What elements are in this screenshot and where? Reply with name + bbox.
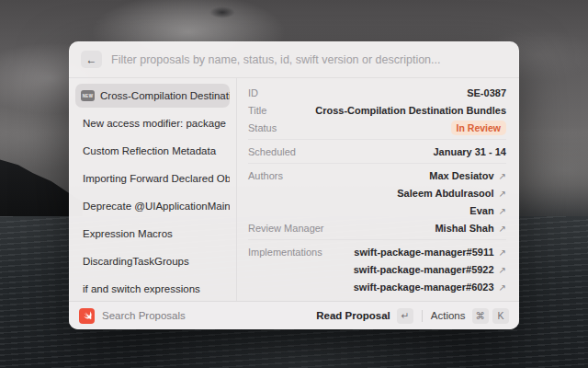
list-item-expression-macros[interactable]: Expression Macros [75,222,230,246]
author-name: Evan [469,205,493,216]
background-bird-smudge [209,6,235,18]
implementations-row-2: swift-package-manager#5922↗ [248,260,506,278]
action-bar: Search Proposals Read Proposal ↵ Actions… [69,301,519,329]
author-name: Max Desiatov [429,170,493,181]
footer-divider [422,310,423,322]
detail-panel: ID SE-0387 Title Cross-Compilation Desti… [237,78,519,301]
author-name: Saleem Abdulrasool [397,188,493,199]
review-manager-link[interactable]: Mishal Shah↗ [435,223,506,234]
list-item-label: New access modifier: package [83,118,226,129]
list-item-reflection-metadata[interactable]: Custom Reflection Metadata [75,139,230,163]
authors-label: Authors [248,170,283,181]
list-item-package-modifier[interactable]: New access modifier: package [75,111,230,135]
list-item-cross-compilation[interactable]: NEW Cross-Compilation Destinatio... [75,84,230,108]
review-manager-label: Review Manager [248,223,324,234]
list-item-label: Importing Forward Declared Obj... [83,173,230,184]
list-item-if-switch-expressions[interactable]: if and switch expressions [75,277,230,301]
implementation-link[interactable]: swift-package-manager#6023↗ [354,282,506,293]
new-badge-icon: NEW [81,90,95,101]
external-link-icon: ↗ [499,189,506,199]
command-title: Search Proposals [102,310,186,321]
authors-row-3: Evan↗ [248,201,506,219]
external-link-icon: ↗ [499,206,506,216]
content-area: NEW Cross-Compilation Destinatio... New … [69,78,519,301]
implementations-label: Implementations [248,247,322,258]
list-item-label: DiscardingTaskGroups [83,256,189,267]
divider [248,139,506,140]
proposal-list: NEW Cross-Compilation Destinatio... New … [69,78,237,301]
meta-label: Scheduled [248,146,296,157]
author-link[interactable]: Saleem Abdulrasool↗ [397,188,506,199]
swift-bird-glyph [82,310,93,321]
external-link-icon: ↗ [499,282,506,293]
meta-value: Cross-Compilation Destination Bundles [315,105,506,116]
list-item-label: Expression Macros [83,228,173,239]
list-item-label: if and switch expressions [83,283,200,294]
implementation-name: swift-package-manager#6023 [354,282,494,293]
implementation-link[interactable]: swift-package-manager#5922↗ [354,264,506,275]
actions-menu-button[interactable]: Actions [431,310,466,321]
external-link-icon: ↗ [499,171,506,181]
meta-label: Title [248,105,266,116]
back-button[interactable]: ← [81,51,102,68]
enter-key-icon: ↵ [397,308,413,324]
implementation-link[interactable]: swift-package-manager#5911↗ [354,247,506,258]
author-link[interactable]: Evan↗ [469,205,506,216]
swift-logo-icon [79,308,95,324]
divider [248,239,506,240]
implementation-name: swift-package-manager#5922 [354,264,494,275]
author-link[interactable]: Max Desiatov↗ [429,170,506,181]
back-arrow-icon: ← [86,53,97,66]
external-link-icon: ↗ [499,224,506,234]
footer-actions: Read Proposal ↵ Actions ⌘ K [316,308,509,324]
meta-label: ID [248,87,258,98]
list-item-deprecate-uiapplicationmain[interactable]: Deprecate @UIApplicationMain a... [75,194,230,218]
meta-row-status: Status In Review [248,119,506,136]
search-input[interactable] [111,53,507,66]
review-manager-row: Review Manager Mishal Shah↗ [248,219,506,236]
k-key-icon: K [492,308,509,324]
list-item-forward-declared[interactable]: Importing Forward Declared Obj... [75,167,230,190]
implementation-name: swift-package-manager#5911 [354,247,493,258]
cmd-key-icon: ⌘ [472,308,490,324]
implementations-row-1: Implementations swift-package-manager#59… [248,243,506,260]
meta-row-id: ID SE-0387 [248,84,506,101]
meta-row-scheduled: Scheduled January 31 - 14 [248,143,506,160]
meta-value: SE-0387 [467,87,506,98]
meta-label: Status [248,122,277,133]
list-item-label: Cross-Compilation Destinatio... [100,90,230,101]
status-badge: In Review [451,121,506,135]
authors-row-1: Authors Max Desiatov↗ [248,167,506,184]
implementations-row-3: swift-package-manager#6023↗ [248,278,506,295]
list-item-discarding-taskgroups[interactable]: DiscardingTaskGroups [75,249,230,273]
list-item-label: Custom Reflection Metadata [83,145,216,156]
list-item-label: Deprecate @UIApplicationMain a... [83,201,230,212]
review-manager-name: Mishal Shah [435,223,493,234]
meta-value: January 31 - 14 [434,146,507,157]
divider [248,163,506,164]
search-bar: ← [69,41,519,78]
status-badge-wrap: In Review [451,122,506,133]
launcher-window: ← NEW Cross-Compilation Destinatio... Ne… [69,41,519,329]
external-link-icon: ↗ [499,247,506,258]
read-proposal-button[interactable]: Read Proposal [316,310,390,321]
external-link-icon: ↗ [499,265,506,275]
authors-row-2: Saleem Abdulrasool↗ [248,184,506,201]
meta-row-title: Title Cross-Compilation Destination Bund… [248,101,506,119]
